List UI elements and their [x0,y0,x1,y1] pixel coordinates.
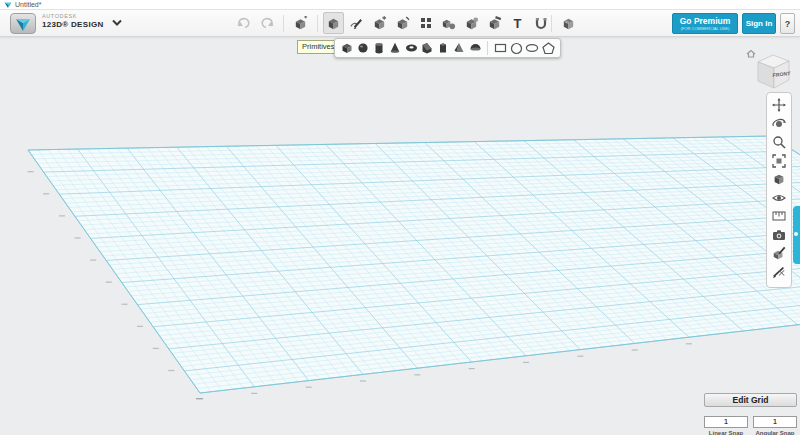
hemisphere-icon [469,42,482,54]
sketch-icon [349,16,364,31]
go-premium-button[interactable]: Go Premium (FOR COMMERCIAL USE) [672,13,738,34]
units-icon [772,209,786,223]
modify-tool-button[interactable] [392,12,413,34]
orbit-button[interactable] [769,115,789,134]
viewport-3d-canvas[interactable] [0,37,800,435]
units-button[interactable] [769,207,789,226]
home-icon[interactable] [747,51,755,58]
sign-in-button[interactable]: Sign In [742,13,776,34]
box-icon [341,42,353,54]
angular-snap-label: Angular Snap [753,430,797,435]
undo-button[interactable] [233,12,254,34]
parts-drawer-handle[interactable] [793,206,800,264]
primitive-torus-button[interactable] [404,40,418,56]
main-toolbar: AUTODESK 123D® DESIGN [0,10,800,37]
primitive-cylinder-button[interactable] [372,40,386,56]
construct-tool-button[interactable] [369,12,390,34]
drawer-handle-dot-icon [794,232,798,236]
flyout-separator [487,41,488,55]
zoom-button[interactable] [769,133,789,152]
help-button[interactable]: ? [780,13,795,34]
app-menu-chevron-icon[interactable] [112,19,122,26]
tool-group: T [323,12,551,34]
viewcube-cube[interactable]: FRONT [758,55,791,88]
snap-to-grid-button[interactable] [769,244,789,263]
sketch-visibility-icon [772,265,786,279]
sketch-circle-button[interactable] [509,40,523,56]
grouping-tool-button[interactable] [438,12,459,34]
angular-snap-input[interactable] [753,416,797,428]
toolbar-separator [317,15,318,32]
grid-settings-panel: Edit Grid Linear Snap Angular Snap [704,389,797,435]
linear-snap-label: Linear Snap [704,430,748,435]
linear-snap-group: Linear Snap [704,410,748,435]
primitive-hemisphere-button[interactable] [468,40,482,56]
redo-button[interactable] [256,12,277,34]
polygon-icon [542,42,555,55]
pattern-icon [419,16,433,30]
transform-icon [293,16,308,31]
zoom-icon [772,135,786,149]
primitive-box-button[interactable] [340,40,354,56]
combine-tool-button[interactable] [461,12,482,34]
sketch-rectangle-button[interactable] [493,40,507,56]
grouping-icon [441,16,456,31]
transform-tool-button[interactable] [290,12,311,34]
pan-icon [772,98,786,112]
brand-wordmark: AUTODESK 123D® DESIGN [42,14,104,29]
toolbar-separator [551,15,552,32]
window-title: Untitled* [15,0,41,10]
primitive-wedge-button[interactable] [420,40,434,56]
text-tool-button[interactable]: T [507,12,528,34]
123d-logo-icon [14,16,32,32]
orbit-icon [772,117,786,131]
snap-icon [534,16,548,30]
pyramid-icon [453,42,465,54]
material-icon [561,16,576,31]
primitives-tool-button[interactable] [323,12,344,34]
ellipse-icon [525,42,539,54]
header-actions: Go Premium (FOR COMMERCIAL USE) Sign In … [672,13,795,34]
primitive-cone-button[interactable] [388,40,402,56]
app-menu-button[interactable] [10,13,36,34]
snap-tool-button[interactable] [530,12,551,34]
primitives-flyout-bar [334,38,561,58]
measure-icon [487,16,502,31]
snap-settings-row: Linear Snap Angular Snap [704,410,797,435]
primitive-prism-button[interactable] [436,40,450,56]
visibility-button[interactable] [769,189,789,208]
cone-icon [389,42,401,54]
redo-icon [260,17,274,29]
sketch-polygon-button[interactable] [541,40,555,56]
combine-icon [464,16,479,31]
eye-icon [772,191,786,205]
go-premium-label: Go Premium [673,17,737,26]
construct-icon [372,16,387,31]
screenshot-button[interactable] [769,226,789,245]
brand-line2: 123D® DESIGN [42,21,104,29]
wedge-icon [421,42,433,54]
camera-icon [772,228,786,242]
viewcube[interactable]: FRONT [744,46,796,94]
shaded-view-button[interactable] [769,170,789,189]
primitives-icon [326,16,341,31]
primitive-sphere-button[interactable] [356,40,370,56]
fit-button[interactable] [769,152,789,171]
titlebar: Untitled* [0,0,800,10]
primitive-pyramid-button[interactable] [452,40,466,56]
cylinder-icon [373,42,385,54]
brand-line1: AUTODESK [42,14,104,20]
pattern-tool-button[interactable] [415,12,436,34]
sphere-icon [357,42,369,54]
measure-tool-button[interactable] [484,12,505,34]
pan-button[interactable] [769,96,789,115]
sketch-tool-button[interactable] [346,12,367,34]
edit-grid-button[interactable]: Edit Grid [704,393,797,407]
undo-icon [237,17,251,29]
linear-snap-input[interactable] [704,416,748,428]
text-tool-icon: T [514,17,522,30]
sketch-visibility-button[interactable] [769,263,789,282]
shaded-view-icon [772,172,786,186]
sketch-ellipse-button[interactable] [525,40,539,56]
material-tool-button[interactable] [558,12,579,34]
